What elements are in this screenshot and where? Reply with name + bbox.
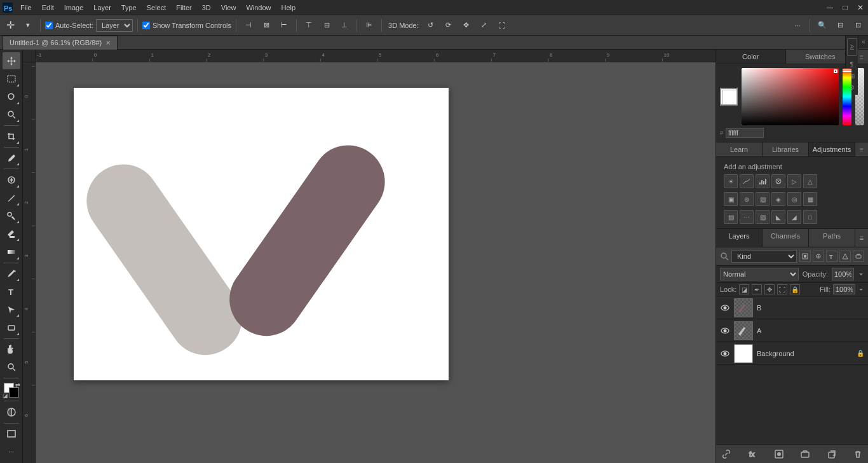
- eyedropper-btn[interactable]: [3, 149, 20, 167]
- adj-panel-menu[interactable]: ≡: [855, 142, 868, 156]
- color-lookup-adj[interactable]: ▦: [803, 192, 817, 206]
- fill-input[interactable]: 100%: [833, 284, 855, 294]
- align-left-btn[interactable]: ⊣: [241, 18, 256, 33]
- menu-select[interactable]: Select: [142, 0, 172, 15]
- add-mask-btn[interactable]: [773, 448, 785, 460]
- menu-type[interactable]: Type: [116, 0, 142, 15]
- menu-edit[interactable]: Edit: [37, 0, 59, 15]
- filter-pixel-icon[interactable]: [799, 251, 811, 262]
- align-bottom-btn[interactable]: ⊥: [337, 18, 352, 33]
- add-fx-btn[interactable]: fx: [746, 448, 759, 460]
- new-group-btn[interactable]: [799, 448, 811, 460]
- auto-select-toggle[interactable]: Auto-Select:: [45, 22, 93, 29]
- collapse-btn[interactable]: «: [858, 36, 868, 48]
- transform-controls-toggle[interactable]: Show Transform Controls: [142, 22, 231, 29]
- align-center-v-btn[interactable]: ⊟: [319, 18, 334, 33]
- close-btn[interactable]: ✕: [853, 0, 868, 15]
- channel-mixer-adj[interactable]: ▷: [787, 174, 801, 188]
- gradient-btn[interactable]: [3, 243, 20, 260]
- auto-select-checkbox[interactable]: [45, 22, 53, 29]
- minimize-btn[interactable]: ─: [822, 0, 837, 15]
- channels-tab[interactable]: Channels: [763, 229, 809, 247]
- threshold-adj[interactable]: ▨: [756, 210, 770, 224]
- opacity-arrow[interactable]: [858, 271, 864, 277]
- move-tool-icon[interactable]: ✛: [3, 18, 18, 33]
- color-tab[interactable]: Color: [716, 50, 786, 64]
- layer-b-visibility[interactable]: [720, 303, 730, 313]
- brush-btn[interactable]: [3, 190, 20, 207]
- background-color[interactable]: [9, 387, 19, 397]
- lock-pixels-btn[interactable]: ✒: [752, 284, 762, 294]
- menu-file[interactable]: File: [15, 0, 37, 15]
- lock-transparency-btn[interactable]: ◪: [739, 284, 749, 294]
- workspace-btn[interactable]: ⊟: [832, 18, 848, 33]
- restore-btn[interactable]: □: [837, 0, 853, 15]
- close-tab-btn[interactable]: ✕: [105, 39, 111, 46]
- layers-tab[interactable]: Layers: [716, 229, 763, 247]
- fill-arrow[interactable]: [858, 286, 864, 293]
- layers-panel-menu[interactable]: ≡: [855, 229, 868, 247]
- active-color-swatch[interactable]: [720, 88, 738, 106]
- align-top-btn[interactable]: ⊤: [301, 18, 316, 33]
- text-tool-btn[interactable]: T: [3, 283, 20, 300]
- invert-adj[interactable]: ▤: [724, 210, 738, 224]
- vibrance-adj[interactable]: ▣: [724, 192, 738, 206]
- doc-tab[interactable]: Untitled-1 @ 66.1% (RGB/8#) ✕: [3, 36, 118, 50]
- menu-window[interactable]: Window: [241, 0, 276, 15]
- filter-shape-icon[interactable]: [839, 251, 851, 262]
- tool-options-arrow[interactable]: ▾: [20, 18, 36, 33]
- hex-input[interactable]: [726, 128, 764, 138]
- more-tools-btn[interactable]: ···: [3, 443, 20, 460]
- gradient-map-adj[interactable]: △: [803, 174, 817, 188]
- quick-mask-btn[interactable]: [3, 403, 20, 420]
- swap-colors-btn[interactable]: ⇄: [15, 382, 20, 388]
- pen-tool-btn[interactable]: [3, 265, 20, 282]
- photo-filter-adj[interactable]: [771, 174, 785, 188]
- solid-color-adj[interactable]: ◢: [787, 210, 801, 224]
- layer-item-a[interactable]: A: [716, 319, 868, 342]
- opacity-input[interactable]: 100%: [832, 268, 854, 280]
- path-select-btn[interactable]: [3, 301, 20, 318]
- marquee-tool-btn[interactable]: [3, 70, 20, 87]
- gradient-adj[interactable]: ◣: [771, 210, 785, 224]
- color-balance-adj[interactable]: ▨: [756, 192, 770, 206]
- align-right-btn[interactable]: ⊢: [276, 18, 292, 33]
- layer-a-visibility[interactable]: [720, 326, 730, 336]
- learn-tab[interactable]: Learn: [716, 142, 763, 156]
- transform-controls-checkbox[interactable]: [142, 22, 150, 29]
- default-colors-btn[interactable]: ◪: [3, 392, 8, 399]
- new-layer-btn[interactable]: [825, 448, 838, 460]
- hue-strip[interactable]: [843, 68, 851, 125]
- screen-mode-btn[interactable]: [3, 425, 20, 443]
- delete-layer-btn[interactable]: [851, 448, 864, 460]
- filter-smart-icon[interactable]: [853, 251, 864, 262]
- lock-all-btn[interactable]: 🔒: [790, 284, 800, 294]
- lock-artboard-btn[interactable]: ⛶: [777, 284, 787, 294]
- hue-sat-adj[interactable]: ⊜: [740, 192, 754, 206]
- pattern-adj[interactable]: □: [803, 210, 817, 224]
- posterize-adj[interactable]: ⋯: [740, 210, 754, 224]
- color-gradient-box[interactable]: [742, 68, 839, 125]
- shape-tool-btn[interactable]: [3, 319, 20, 336]
- move-tool-btn[interactable]: [3, 52, 20, 69]
- lock-position-btn[interactable]: ✥: [764, 284, 775, 294]
- zoom-tool-btn[interactable]: [3, 359, 20, 376]
- 3d-pan-btn[interactable]: ✥: [459, 18, 474, 33]
- search-btn[interactable]: 🔍: [815, 18, 830, 33]
- color-boxes[interactable]: ⇄ ◪: [3, 382, 20, 399]
- adjustments-tab[interactable]: Adjustments: [809, 142, 855, 156]
- layer-item-background[interactable]: Background 🔒: [716, 342, 868, 365]
- link-layers-btn[interactable]: [720, 448, 733, 460]
- align-center-h-btn[interactable]: ⊠: [259, 18, 274, 33]
- 3d-scale-btn[interactable]: ⛶: [494, 18, 510, 33]
- brightness-adj[interactable]: ☀: [724, 174, 738, 188]
- layer-item-b[interactable]: B: [716, 296, 868, 319]
- distribute-btn[interactable]: ⊫: [362, 18, 377, 33]
- blend-mode-select[interactable]: Normal: [720, 268, 799, 280]
- black-white-adj[interactable]: ◈: [771, 192, 785, 206]
- lasso-tool-btn[interactable]: [3, 88, 20, 106]
- hand-tool-btn[interactable]: [3, 341, 20, 358]
- arrange-btn[interactable]: ⊡: [850, 18, 865, 33]
- filter-type-icon[interactable]: T: [826, 251, 837, 262]
- layer-bg-visibility[interactable]: [720, 349, 730, 359]
